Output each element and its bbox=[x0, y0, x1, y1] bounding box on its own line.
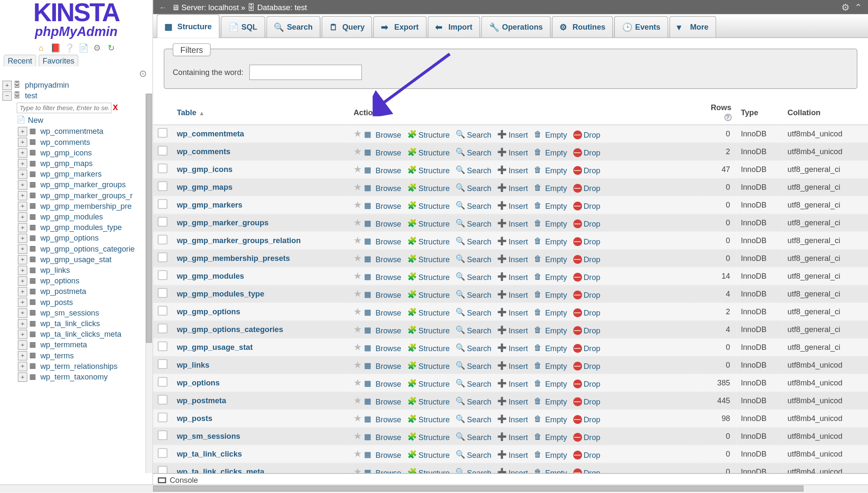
drop-action[interactable]: —Drop bbox=[573, 219, 601, 228]
structure-action[interactable]: 🧩Structure bbox=[407, 343, 450, 353]
expand-icon[interactable]: + bbox=[18, 191, 27, 200]
structure-action[interactable]: 🧩Structure bbox=[407, 450, 450, 460]
page-settings-icon[interactable]: ⚙ bbox=[841, 2, 850, 13]
expand-icon[interactable]: + bbox=[18, 319, 27, 328]
row-checkbox[interactable] bbox=[158, 252, 167, 262]
tab-operations[interactable]: 🔧Operations bbox=[481, 16, 551, 37]
insert-action[interactable]: ➕Insert bbox=[497, 201, 528, 210]
expand-icon[interactable]: + bbox=[18, 287, 27, 296]
filter-input[interactable] bbox=[249, 65, 362, 80]
row-checkbox[interactable] bbox=[158, 324, 167, 333]
table-name-link[interactable]: wp_sm_sessions bbox=[177, 432, 240, 440]
tree-table-link[interactable]: wp_gmp_icons bbox=[40, 148, 92, 157]
search-action[interactable]: 🔍Search bbox=[456, 237, 491, 246]
search-action[interactable]: 🔍Search bbox=[456, 166, 491, 175]
expand-icon[interactable]: + bbox=[18, 340, 27, 349]
row-checkbox[interactable] bbox=[158, 341, 167, 351]
browse-action[interactable]: ▦Browse bbox=[364, 361, 401, 371]
search-action[interactable]: 🔍Search bbox=[456, 272, 491, 282]
tab-events[interactable]: 🕒Events bbox=[615, 16, 668, 37]
tree-table-link[interactable]: wp_links bbox=[40, 266, 70, 274]
empty-action[interactable]: 🗑Empty bbox=[534, 166, 567, 175]
drop-action[interactable]: —Drop bbox=[573, 451, 601, 460]
tree-table-link[interactable]: wp_gmp_modules_type bbox=[40, 223, 122, 232]
tree-filter-input[interactable] bbox=[17, 102, 111, 113]
insert-action[interactable]: ➕Insert bbox=[497, 397, 528, 406]
favorite-icon[interactable]: ★ bbox=[353, 182, 362, 192]
structure-action[interactable]: 🧩Structure bbox=[407, 219, 450, 228]
structure-action[interactable]: 🧩Structure bbox=[407, 255, 450, 264]
tree-table-link[interactable]: wp_ta_link_clicks bbox=[40, 319, 100, 328]
expand-icon[interactable]: + bbox=[18, 362, 27, 371]
clear-filter-icon[interactable]: X bbox=[113, 103, 118, 112]
expand-icon[interactable]: + bbox=[18, 169, 27, 179]
search-action[interactable]: 🔍Search bbox=[456, 290, 491, 299]
row-checkbox[interactable] bbox=[158, 430, 167, 440]
browse-action[interactable]: ▦Browse bbox=[364, 219, 401, 228]
insert-action[interactable]: ➕Insert bbox=[497, 379, 528, 388]
col-table[interactable]: Table▲ bbox=[172, 100, 349, 125]
empty-action[interactable]: 🗑Empty bbox=[534, 130, 567, 139]
drop-action[interactable]: —Drop bbox=[573, 362, 601, 371]
db-phpmyadmin[interactable]: phpmyadmin bbox=[25, 81, 69, 90]
tree-table-link[interactable]: wp_gmp_marker_groups bbox=[40, 180, 125, 189]
structure-action[interactable]: 🧩Structure bbox=[407, 361, 450, 371]
tree-table-link[interactable]: wp_sm_sessions bbox=[40, 308, 99, 317]
table-name-link[interactable]: wp_gmp_icons bbox=[177, 165, 232, 174]
browse-action[interactable]: ▦Browse bbox=[364, 450, 401, 460]
browse-action[interactable]: ▦Browse bbox=[364, 130, 401, 139]
empty-action[interactable]: 🗑Empty bbox=[534, 432, 567, 442]
insert-action[interactable]: ➕Insert bbox=[497, 219, 528, 228]
expand-icon[interactable]: + bbox=[18, 137, 27, 147]
table-name-link[interactable]: wp_posts bbox=[177, 414, 212, 423]
expand-icon[interactable]: + bbox=[18, 127, 27, 136]
drop-action[interactable]: —Drop bbox=[573, 415, 601, 424]
insert-action[interactable]: ➕Insert bbox=[497, 255, 528, 264]
favorite-icon[interactable]: ★ bbox=[353, 147, 362, 157]
tree-table-link[interactable]: wp_gmp_usage_stat bbox=[40, 255, 111, 264]
table-name-link[interactable]: wp_ta_link_clicks bbox=[177, 449, 242, 458]
insert-action[interactable]: ➕Insert bbox=[497, 432, 528, 442]
table-name-link[interactable]: wp_postmeta bbox=[177, 396, 226, 405]
table-name-link[interactable]: wp_gmp_modules bbox=[177, 271, 244, 280]
tree-table-link[interactable]: wp_terms bbox=[40, 351, 74, 360]
settings-icon[interactable]: ⚙ bbox=[92, 43, 102, 53]
favorite-icon[interactable]: ★ bbox=[353, 289, 362, 299]
expand-icon[interactable]: + bbox=[18, 180, 27, 189]
search-action[interactable]: 🔍Search bbox=[456, 183, 491, 193]
sidebar-scrollbar[interactable] bbox=[145, 94, 153, 473]
favorite-icon[interactable]: ★ bbox=[353, 307, 362, 317]
row-checkbox[interactable] bbox=[158, 181, 167, 191]
table-name-link[interactable]: wp_gmp_usage_stat bbox=[177, 343, 253, 352]
favorite-icon[interactable]: ★ bbox=[353, 253, 362, 263]
tree-table-link[interactable]: wp_commentmeta bbox=[40, 127, 103, 136]
nav-collapse-icon[interactable]: ⊙ bbox=[0, 66, 153, 80]
row-checkbox[interactable] bbox=[158, 270, 167, 280]
favorite-icon[interactable]: ★ bbox=[353, 129, 362, 139]
empty-action[interactable]: 🗑Empty bbox=[534, 450, 567, 460]
expand-icon[interactable]: + bbox=[18, 233, 27, 243]
search-action[interactable]: 🔍Search bbox=[456, 326, 491, 335]
drop-action[interactable]: —Drop bbox=[573, 130, 601, 139]
drop-action[interactable]: —Drop bbox=[573, 433, 601, 442]
favorite-icon[interactable]: ★ bbox=[353, 271, 362, 281]
browse-action[interactable]: ▦Browse bbox=[364, 201, 401, 210]
empty-action[interactable]: 🗑Empty bbox=[534, 148, 567, 157]
insert-action[interactable]: ➕Insert bbox=[497, 308, 528, 317]
favorite-icon[interactable]: ★ bbox=[353, 449, 362, 459]
docs-icon[interactable]: ❔ bbox=[64, 43, 74, 53]
drop-action[interactable]: —Drop bbox=[573, 202, 601, 210]
structure-action[interactable]: 🧩Structure bbox=[407, 183, 450, 193]
drop-action[interactable]: —Drop bbox=[573, 326, 601, 335]
drop-action[interactable]: —Drop bbox=[573, 273, 601, 282]
search-action[interactable]: 🔍Search bbox=[456, 415, 491, 424]
row-checkbox[interactable] bbox=[158, 359, 167, 368]
table-name-link[interactable]: wp_gmp_options_categories bbox=[177, 325, 283, 334]
tree-table-link[interactable]: wp_gmp_marker_groups_r bbox=[40, 191, 133, 200]
drop-action[interactable]: —Drop bbox=[573, 397, 601, 406]
browse-action[interactable]: ▦Browse bbox=[364, 415, 401, 424]
favorite-icon[interactable]: ★ bbox=[353, 413, 362, 424]
favorite-icon[interactable]: ★ bbox=[353, 200, 362, 210]
browse-action[interactable]: ▦Browse bbox=[364, 308, 401, 317]
drop-action[interactable]: —Drop bbox=[573, 166, 601, 175]
